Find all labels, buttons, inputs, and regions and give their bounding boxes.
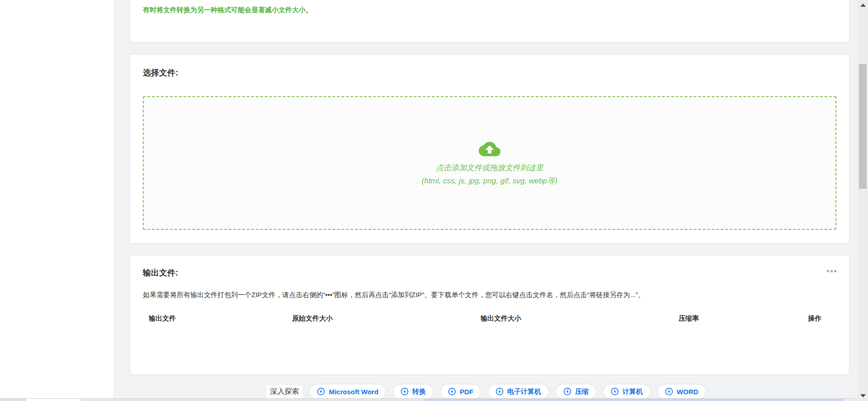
col-output-size: 输出文件大小 (481, 314, 521, 323)
col-actions: 操作 (808, 314, 821, 323)
chip-microsoft-word[interactable]: Microsoft Word (309, 384, 386, 399)
explore-bolt-icon (495, 387, 504, 396)
explore-bolt-icon (401, 387, 409, 396)
page: 有时将文件转换为另一种格式可能会显著减小文件大小。 选择文件: 点击添加文件或拖… (0, 0, 868, 401)
chip-electronic-computer[interactable]: 电子计算机 (488, 384, 549, 399)
chip-label: Microsoft Word (329, 388, 378, 396)
chip-pdf[interactable]: PDF (440, 384, 481, 399)
col-output-file: 输出文件 (149, 314, 176, 323)
scrollbar-up-icon[interactable] (860, 4, 866, 7)
output-files-title: 输出文件: (143, 267, 836, 278)
cloud-upload-icon (478, 140, 501, 158)
main-content: 有时将文件转换为另一种格式可能会显著减小文件大小。 选择文件: 点击添加文件或拖… (115, 0, 858, 401)
tip-text: 有时将文件转换为另一种格式可能会显著减小文件大小。 (143, 6, 836, 14)
explore-label: 深入探索 (266, 385, 302, 398)
chip-computer[interactable]: 计算机 (603, 384, 651, 399)
chip-label: WORD (677, 388, 698, 396)
dropzone-formats: (html, css, js, jpg, png, gif, svg, webp… (422, 176, 557, 186)
output-files-card: 输出文件: 如果需要将所有输出文件打包到一个ZIP文件，请点击右侧的“•••”图… (130, 255, 849, 375)
chip-compress[interactable]: 压缩 (556, 384, 596, 399)
left-gutter (0, 0, 114, 401)
explore-bolt-icon (665, 387, 673, 396)
chip-label: 转换 (412, 387, 426, 396)
chip-label: PDF (460, 388, 473, 396)
explore-bolt-icon (448, 387, 456, 396)
chip-convert[interactable]: 转换 (393, 384, 434, 399)
chip-label: 压缩 (575, 387, 589, 396)
ellipsis-icon[interactable] (827, 270, 836, 272)
col-original-size: 原始文件大小 (292, 314, 333, 323)
explore-further-bar: 深入探索 Microsoft Word 转换 PDF 电子计算机 压缩 (115, 375, 858, 399)
bottom-edge-strip (0, 398, 858, 401)
file-dropzone[interactable]: 点击添加文件或拖放文件到这里 (html, css, js, jpg, png,… (143, 96, 836, 230)
explore-bolt-icon (317, 387, 325, 396)
chip-label: 电子计算机 (507, 387, 541, 396)
output-table-header: 输出文件 原始文件大小 输出文件大小 压缩率 操作 (143, 314, 836, 323)
scrollbar-down-icon[interactable] (860, 394, 866, 397)
tip-card: 有时将文件转换为另一种格式可能会显著减小文件大小。 (130, 0, 849, 42)
explore-bolt-icon (563, 387, 571, 396)
vertical-scrollbar[interactable] (858, 0, 868, 401)
explore-bolt-icon (611, 387, 619, 396)
scrollbar-thumb[interactable] (859, 64, 867, 189)
select-file-card: 选择文件: 点击添加文件或拖放文件到这里 (html, css, js, jpg… (130, 54, 849, 244)
chip-label: 计算机 (623, 387, 643, 396)
chip-word[interactable]: WORD (657, 384, 706, 399)
output-description: 如果需要将所有输出文件打包到一个ZIP文件，请点击右侧的“•••”图标，然后再点… (143, 290, 836, 300)
select-file-title: 选择文件: (143, 67, 836, 78)
col-compression-ratio: 压缩率 (679, 314, 699, 323)
dropzone-instruction: 点击添加文件或拖放文件到这里 (436, 163, 543, 173)
